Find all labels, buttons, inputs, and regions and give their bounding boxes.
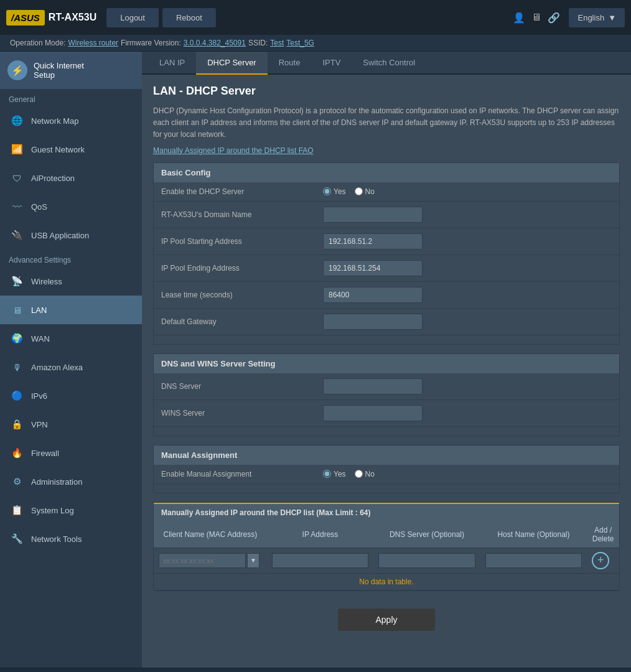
- sidebar-item-firewall[interactable]: 🔥 Firewall: [0, 439, 142, 467]
- sidebar-item-administration[interactable]: ⚙ Administration: [0, 467, 142, 496]
- sidebar-item-qos[interactable]: 〰 QoS: [0, 192, 142, 221]
- quick-setup-button[interactable]: ⚡ Quick InternetSetup: [0, 52, 142, 89]
- ip-cell: [267, 548, 374, 573]
- sidebar-item-network-map[interactable]: 🌐 Network Map: [0, 106, 142, 135]
- dns-server-input[interactable]: [323, 378, 423, 394]
- language-button[interactable]: English ▼: [569, 8, 625, 27]
- field-label: Lease time (seconds): [154, 281, 316, 308]
- field-label: DNS Server: [154, 373, 316, 400]
- content-area: LAN IP DHCP Server Route IPTV Switch Con…: [142, 52, 631, 668]
- dhcp-faq-link[interactable]: Manually Assigned IP around the DHCP lis…: [153, 146, 620, 155]
- no-data-row: No data in table.: [154, 573, 619, 590]
- host-cell: [480, 548, 587, 573]
- table-row: RT-AX53U's Domain Name: [154, 201, 619, 228]
- ipv6-icon: 🔵: [9, 388, 25, 404]
- enable-manual-yes-radio[interactable]: [323, 470, 331, 478]
- top-nav: /ASUS RT-AX53U Logout Reboot 👤 🖥 🔗 Engli…: [0, 0, 631, 35]
- tab-dhcp-server[interactable]: DHCP Server: [196, 52, 268, 75]
- dhcp-list-header: Manually Assigned IP around the DHCP lis…: [154, 503, 619, 521]
- ip-pool-end-input[interactable]: [323, 260, 423, 276]
- quick-setup-icon: ⚡: [7, 60, 27, 80]
- assign-ip-input[interactable]: [272, 553, 369, 568]
- tab-lan-ip[interactable]: LAN IP: [148, 52, 196, 75]
- general-section-label: General: [0, 89, 142, 106]
- enable-dhcp-no-radio[interactable]: [355, 187, 363, 195]
- default-gateway-input[interactable]: [323, 314, 423, 330]
- enable-dhcp-no-label[interactable]: No: [355, 187, 375, 196]
- field-label: IP Pool Ending Address: [154, 254, 316, 281]
- basic-config-section: Basic Config Enable the DHCP Server Yes …: [153, 162, 620, 345]
- status-bar: Operation Mode: Wireless router Firmware…: [0, 35, 631, 52]
- reboot-button[interactable]: Reboot: [162, 8, 216, 27]
- sidebar-item-wan[interactable]: 🌍 WAN: [0, 324, 142, 353]
- sidebar-item-network-tools[interactable]: 🔧 Network Tools: [0, 525, 142, 553]
- field-label: Enable Manual Assignment: [154, 465, 316, 484]
- add-entry-button[interactable]: +: [592, 552, 609, 569]
- ip-pool-start-input[interactable]: [323, 233, 423, 250]
- enable-dhcp-radio-group: Yes No: [323, 187, 612, 196]
- basic-config-table: Enable the DHCP Server Yes No: [154, 182, 619, 335]
- enable-manual-yes-label[interactable]: Yes: [323, 470, 346, 478]
- table-row: IP Pool Starting Address: [154, 228, 619, 254]
- main-layout: ⚡ Quick InternetSetup General 🌐 Network …: [0, 52, 631, 668]
- sidebar-item-ipv6[interactable]: 🔵 IPv6: [0, 381, 142, 410]
- sidebar-item-guest-network[interactable]: 📶 Guest Network: [0, 135, 142, 164]
- col-host: Host Name (Optional): [480, 521, 587, 548]
- enable-manual-no-radio[interactable]: [355, 470, 363, 478]
- sidebar: ⚡ Quick InternetSetup General 🌐 Network …: [0, 52, 142, 668]
- monitor-icon[interactable]: 🖥: [531, 12, 541, 23]
- sidebar-item-usb-application[interactable]: 🔌 USB Application: [0, 221, 142, 250]
- firmware-link[interactable]: 3.0.0.4.382_45091: [184, 39, 246, 47]
- sidebar-item-label: Amazon Alexa: [31, 363, 83, 372]
- page-title: LAN - DHCP Server: [153, 85, 620, 98]
- enable-dhcp-yes-radio[interactable]: [323, 187, 331, 195]
- col-add-delete: Add /Delete: [587, 521, 619, 548]
- sidebar-item-wireless[interactable]: 📡 Wireless: [0, 267, 142, 296]
- page-description: DHCP (Dynamic Host Configuration Protoco…: [153, 105, 620, 141]
- domain-name-input[interactable]: [323, 207, 423, 223]
- sidebar-item-amazon-alexa[interactable]: 🎙 Amazon Alexa: [0, 353, 142, 381]
- mac-dropdown-button[interactable]: ▼: [247, 553, 259, 568]
- assign-dns-input[interactable]: [378, 553, 475, 568]
- logout-button[interactable]: Logout: [106, 8, 159, 27]
- manual-assignment-header: Manual Assignment: [154, 446, 619, 465]
- network-icon[interactable]: 🔗: [548, 12, 560, 24]
- user-icon[interactable]: 👤: [513, 12, 525, 24]
- enable-manual-no-label[interactable]: No: [355, 470, 375, 478]
- field-label: RT-AX53U's Domain Name: [154, 201, 316, 228]
- wins-server-input[interactable]: [323, 405, 423, 421]
- sidebar-item-label: Wireless: [31, 277, 62, 286]
- table-row: DNS Server: [154, 373, 619, 400]
- sidebar-item-label: Network Map: [31, 116, 79, 126]
- page-content: LAN - DHCP Server DHCP (Dynamic Host Con…: [142, 75, 631, 668]
- assign-host-input[interactable]: [485, 553, 582, 568]
- sidebar-item-vpn[interactable]: 🔒 VPN: [0, 410, 142, 439]
- tab-iptv[interactable]: IPTV: [311, 52, 352, 75]
- lease-time-input[interactable]: [323, 287, 423, 303]
- sidebar-item-label: QoS: [31, 202, 47, 212]
- tab-switch-control[interactable]: Switch Control: [352, 52, 426, 75]
- tab-route[interactable]: Route: [268, 52, 312, 75]
- network-map-icon: 🌐: [9, 113, 25, 129]
- ssid-5g-link[interactable]: Test_5G: [286, 39, 314, 47]
- advanced-section-label: Advanced Settings: [0, 250, 142, 267]
- field-value: Yes No: [316, 182, 619, 202]
- mac-address-input[interactable]: [159, 553, 246, 568]
- sidebar-item-lan[interactable]: 🖥 LAN: [0, 296, 142, 324]
- enable-dhcp-yes-label[interactable]: Yes: [323, 187, 346, 196]
- sidebar-item-system-log[interactable]: 📋 System Log: [0, 496, 142, 525]
- apply-button[interactable]: Apply: [338, 609, 434, 631]
- ssid-2g-link[interactable]: Test: [270, 39, 284, 47]
- model-name: RT-AX53U: [49, 12, 96, 23]
- dns-wins-table: DNS Server WINS Server: [154, 373, 619, 427]
- field-value: Yes No: [316, 465, 619, 484]
- firewall-icon: 🔥: [9, 445, 25, 461]
- operation-mode-link[interactable]: Wireless router: [68, 39, 118, 47]
- sidebar-item-aiprotection[interactable]: 🛡 AiProtection: [0, 164, 142, 192]
- mac-input-wrap: ▼: [159, 553, 262, 568]
- admin-icon: ⚙: [9, 474, 25, 490]
- field-value: [316, 254, 619, 281]
- top-icons: 👤 🖥 🔗: [513, 12, 560, 24]
- col-dns: DNS Server (Optional): [373, 521, 480, 548]
- field-label: WINS Server: [154, 399, 316, 426]
